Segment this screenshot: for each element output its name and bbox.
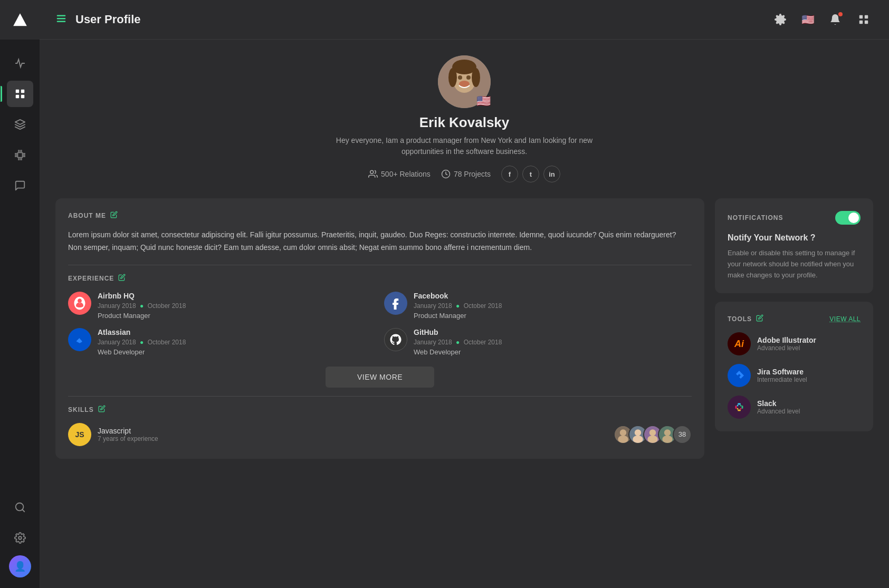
about-me-edit-icon[interactable] <box>110 211 118 220</box>
airbnb-logo <box>68 292 91 315</box>
jira-name: Jira Software <box>757 368 807 376</box>
endorsers-count: 38 <box>673 425 692 444</box>
svg-point-18 <box>458 75 462 80</box>
skills-edit-icon[interactable] <box>98 405 106 415</box>
svg-point-23 <box>472 68 480 87</box>
tools-card: TOOLS VIEW ALL Ai Adobe Ill <box>715 302 873 431</box>
svg-rect-41 <box>738 410 741 411</box>
cards-row: ABOUT ME Lorem ipsum dolor sit amet, con… <box>55 198 873 459</box>
language-flag[interactable]: 🇺🇸 <box>799 11 816 28</box>
grid-icon[interactable] <box>854 10 873 29</box>
page-title: User Profile <box>75 13 141 26</box>
slack-name: Slack <box>757 399 800 408</box>
view-more-button[interactable]: VIEW MORE <box>326 367 434 388</box>
svg-point-45 <box>737 408 739 410</box>
tools-header: TOOLS VIEW ALL <box>728 314 861 324</box>
sidebar-nav <box>7 40 33 484</box>
svg-point-28 <box>618 435 628 442</box>
view-all-link[interactable]: VIEW ALL <box>829 315 861 323</box>
relations-count: 500+ Relations <box>381 170 431 178</box>
left-card: ABOUT ME Lorem ipsum dolor sit amet, con… <box>55 198 704 459</box>
svg-rect-12 <box>859 15 863 18</box>
github-name: GitHub <box>414 328 692 336</box>
main-content: User Profile 🇺🇸 <box>40 0 889 588</box>
notifications-label: NOTIFICATIONS <box>728 214 783 221</box>
svg-marker-0 <box>13 13 27 26</box>
github-details: GitHub January 2018 ● October 2018 Web D… <box>414 328 692 356</box>
about-me-text: Lorem ipsum dolor sit amet, consectetur … <box>68 229 692 254</box>
svg-point-7 <box>18 536 22 539</box>
facebook-dates: January 2018 ● October 2018 <box>414 302 692 310</box>
sidebar-user-avatar[interactable]: 👤 <box>9 555 31 577</box>
svg-rect-9 <box>57 18 66 19</box>
tool-illustrator: Ai Adobe Illustrator Advanced level <box>728 332 861 355</box>
sidebar-item-search[interactable] <box>7 494 33 520</box>
svg-rect-13 <box>865 15 868 18</box>
relations-stat: 500+ Relations <box>368 169 431 179</box>
sidebar-item-chip[interactable] <box>7 142 33 168</box>
exp-item-airbnb: Airbnb HQ January 2018 ● October 2018 Pr… <box>68 292 376 320</box>
illustrator-level: Advanced level <box>757 344 816 352</box>
illustrator-logo: Ai <box>728 332 751 355</box>
sidebar-item-activity[interactable] <box>7 50 33 76</box>
facebook-role: Product Manager <box>414 312 692 320</box>
jira-logo <box>728 364 751 387</box>
skill-endorsers: 38 <box>614 425 692 444</box>
sidebar-item-chat[interactable] <box>7 172 33 199</box>
notifications-card: NOTIFICATIONS Notify Your Network ? Enab… <box>715 198 873 293</box>
notifications-description: Enable or disable this setting to manage… <box>728 248 861 281</box>
sidebar-item-cube[interactable] <box>7 111 33 138</box>
header-right: 🇺🇸 <box>771 10 873 29</box>
header-left: User Profile <box>55 13 141 26</box>
jira-info: Jira Software Intermediate level <box>757 368 807 383</box>
skills-title: SKILLS <box>68 406 94 413</box>
slack-level: Advanced level <box>757 408 800 415</box>
notify-network-title: Notify Your Network ? <box>728 233 861 243</box>
svg-rect-5 <box>17 152 22 157</box>
facebook-button[interactable]: f <box>501 166 518 182</box>
divider-2 <box>68 396 692 397</box>
svg-point-46 <box>740 408 742 410</box>
atlassian-name: Atlassian <box>98 328 376 336</box>
linkedin-button[interactable]: in <box>543 166 560 182</box>
tools-label: TOOLS <box>728 315 752 323</box>
github-dates: January 2018 ● October 2018 <box>414 339 692 346</box>
svg-point-22 <box>448 68 457 87</box>
divider-1 <box>68 265 692 265</box>
facebook-details: Facebook January 2018 ● October 2018 Pro… <box>414 292 692 320</box>
svg-point-30 <box>635 429 641 436</box>
exp-item-atlassian: Atlassian January 2018 ● October 2018 We… <box>68 328 376 356</box>
illustrator-name: Adobe Illustrator <box>757 336 816 344</box>
projects-stat: 78 Projects <box>441 169 491 179</box>
airbnb-role: Product Manager <box>98 312 376 320</box>
app-logo[interactable] <box>0 0 40 40</box>
svg-point-19 <box>466 75 471 80</box>
sidebar-item-settings[interactable] <box>7 525 33 551</box>
tools-edit-icon[interactable] <box>756 314 763 324</box>
profile-stats: 500+ Relations 78 Projects f t in <box>55 166 873 182</box>
svg-rect-39 <box>738 403 741 405</box>
toggle-knob <box>848 213 859 223</box>
notification-bell-icon[interactable] <box>826 10 845 29</box>
twitter-button[interactable]: t <box>522 166 539 182</box>
tools-title-row: TOOLS <box>728 314 763 324</box>
notifications-toggle[interactable] <box>835 211 861 225</box>
skill-info: Javascript 7 years of experience <box>98 427 158 442</box>
settings-icon[interactable] <box>771 10 790 29</box>
svg-rect-1 <box>15 90 18 93</box>
projects-count: 78 Projects <box>454 170 491 178</box>
svg-point-37 <box>662 435 673 442</box>
header: User Profile 🇺🇸 <box>40 0 889 40</box>
experience-edit-icon[interactable] <box>118 274 126 283</box>
airbnb-name: Airbnb HQ <box>98 292 376 300</box>
svg-rect-38 <box>735 406 737 409</box>
facebook-name: Facebook <box>414 292 692 300</box>
svg-rect-4 <box>21 95 24 98</box>
svg-point-36 <box>664 429 671 436</box>
hamburger-icon[interactable] <box>55 13 67 26</box>
sidebar: 👤 <box>0 0 40 588</box>
svg-rect-3 <box>15 95 18 98</box>
sidebar-item-dashboard[interactable] <box>7 81 33 107</box>
experience-grid: Airbnb HQ January 2018 ● October 2018 Pr… <box>68 292 692 356</box>
facebook-logo <box>384 292 407 315</box>
